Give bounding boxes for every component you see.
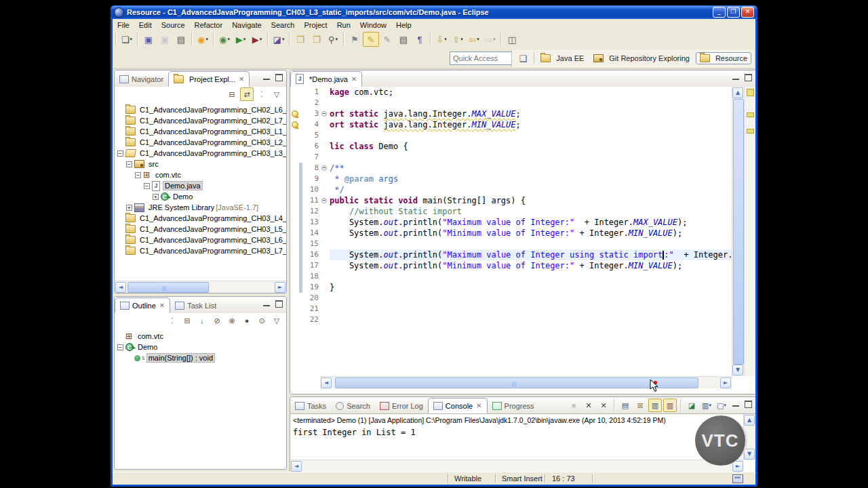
show-stdout-icon[interactable]: ▥: [648, 399, 662, 412]
project-explorer-tab-navigator[interactable]: Navigator: [115, 71, 168, 87]
minimize-view-icon[interactable]: [731, 73, 741, 81]
open-type-icon[interactable]: ◪▾: [271, 32, 287, 47]
back-icon[interactable]: ⇦▾: [466, 32, 482, 47]
next-annotation-icon[interactable]: ⇩▾: [433, 32, 450, 47]
code-line-9[interactable]: 9 * @param args: [290, 174, 732, 184]
fold-collapse-icon[interactable]: [321, 198, 327, 203]
code-line-8[interactable]: 8/**: [290, 163, 732, 174]
clear-console-icon[interactable]: ▤: [618, 399, 632, 412]
run-icon[interactable]: ▶▾: [233, 32, 249, 47]
perspective-git-repository-exploring[interactable]: Git Repository Exploring: [590, 53, 693, 64]
console-tab-error-log[interactable]: Error Log: [375, 398, 428, 413]
hide-local-types-icon[interactable]: ⊙: [255, 314, 269, 327]
warning-marker[interactable]: [747, 129, 754, 134]
tree-item-src[interactable]: −src: [115, 159, 286, 169]
minimize-view-icon[interactable]: [262, 73, 271, 81]
project-explorer-tab-project-expl[interactable]: Project Expl...✕: [168, 71, 250, 87]
collapse-icon[interactable]: −: [117, 150, 123, 157]
open-console-icon[interactable]: ▢▾: [715, 399, 728, 412]
hide-fields-icon[interactable]: ⊘: [210, 314, 224, 327]
title-bar[interactable]: Resource - C1_AdvancedJavaProgramming_CH…: [111, 5, 757, 19]
close-button[interactable]: ✕: [741, 7, 754, 18]
pin-console-icon[interactable]: ◪: [685, 399, 698, 412]
maximize-view-icon[interactable]: [743, 400, 753, 408]
menu-item-search[interactable]: Search: [267, 20, 300, 30]
tree-item-c1-advancedjavaprogramming-ch03-l1-er[interactable]: C1_AdvancedJavaProgramming_CH03_L1_er: [115, 126, 286, 137]
editor-hscrollbar[interactable]: ◄ ||| ►: [320, 376, 732, 388]
tree-item-demo-java[interactable]: −Demo.java: [115, 180, 286, 191]
collapse-all-icon[interactable]: ⊟: [225, 87, 239, 101]
menu-item-refactor[interactable]: Refactor: [190, 20, 228, 30]
forward-icon[interactable]: ⇨▾: [482, 32, 498, 47]
view-menu-icon[interactable]: ▽: [270, 314, 283, 327]
open-task-icon[interactable]: ❐: [309, 32, 325, 47]
close-tab-icon[interactable]: ✕: [239, 75, 244, 83]
external-tools-icon[interactable]: ◉▾: [195, 32, 211, 47]
perspective-java-ee[interactable]: Java EE: [537, 53, 587, 64]
menu-item-file[interactable]: File: [113, 20, 134, 30]
expand-icon[interactable]: +: [153, 194, 159, 200]
close-tab-icon[interactable]: ✕: [476, 402, 481, 409]
open-resource-icon[interactable]: ❐: [292, 32, 309, 47]
code-line-6[interactable]: 6lic class Demo {: [290, 141, 732, 152]
project-explorer-hscrollbar[interactable]: ◄ ||| ►: [115, 281, 286, 293]
tree-item-com-vtc[interactable]: com.vtc: [115, 331, 286, 342]
tree-item-demo[interactable]: +▶Demo: [115, 191, 286, 202]
tree-item-c1-advancedjavaprogramming-ch03-l5-ty[interactable]: C1_AdvancedJavaProgramming_CH03_L5_Ty: [115, 224, 286, 235]
console-output[interactable]: first Integer in List = 1: [293, 428, 416, 438]
maximize-view-icon[interactable]: [274, 73, 283, 81]
open-perspective-icon[interactable]: ❏: [515, 51, 531, 66]
show-whitespace-icon[interactable]: ¶: [412, 32, 428, 47]
link-editor-icon[interactable]: ◫: [504, 32, 520, 47]
code-area[interactable]: 1kage com.vtc;23ort static java.lang.Int…: [290, 87, 732, 376]
fold-collapse-icon[interactable]: [321, 111, 327, 117]
code-line-10[interactable]: 10 */: [290, 184, 732, 195]
pin-icon[interactable]: ⚑: [347, 32, 363, 47]
collapse-all-icon[interactable]: ⊟: [180, 314, 194, 327]
show-stderr-icon[interactable]: ▥: [663, 399, 677, 412]
tree-item-com-vtc[interactable]: −com.vtc: [115, 169, 286, 180]
console-tab-search[interactable]: Search: [331, 398, 375, 413]
code-line-13[interactable]: 13 System.out.println("Maximum value of …: [290, 217, 732, 228]
hide-static-icon[interactable]: ⊗: [225, 314, 239, 327]
warning-lightbulb-icon[interactable]: [292, 121, 298, 128]
terminate-icon[interactable]: ■: [567, 399, 580, 412]
remove-all-terminated-icon[interactable]: ✕: [597, 399, 610, 412]
code-line-1[interactable]: 1kage com.vtc;: [290, 87, 732, 98]
save-icon[interactable]: ▣: [140, 32, 157, 47]
edit-annotation-icon[interactable]: ✎: [379, 32, 395, 47]
perspective-resource[interactable]: Resource: [696, 52, 751, 64]
menu-item-window[interactable]: Window: [355, 20, 391, 30]
tree-item-c1-advancedjavaprogramming-ch03-l3-st[interactable]: −C1_AdvancedJavaProgramming_CH03_L3_st: [115, 148, 286, 159]
remove-launch-icon[interactable]: ✕: [582, 399, 595, 412]
collapse-icon[interactable]: −: [117, 344, 123, 350]
maximize-view-icon[interactable]: [274, 300, 283, 308]
code-line-22[interactable]: 22: [290, 314, 732, 325]
menu-item-source[interactable]: Source: [157, 20, 190, 30]
tree-item-c1-advancedjavaprogramming-ch03-l7-fo[interactable]: C1_AdvancedJavaProgramming_CH03_L7_Fo: [115, 245, 286, 256]
code-line-18[interactable]: 18: [290, 271, 732, 282]
print-icon[interactable]: ▤: [173, 32, 189, 47]
code-line-20[interactable]: 20: [290, 293, 732, 304]
editor-tab-demo-java[interactable]: *Demo.java✕: [290, 71, 362, 87]
menu-item-run[interactable]: Run: [332, 20, 355, 30]
mark-occurrences-icon[interactable]: ✎: [363, 32, 379, 47]
menu-item-navigate[interactable]: Navigate: [227, 20, 266, 30]
save-all-icon[interactable]: ▣: [157, 32, 173, 47]
menu-item-project[interactable]: Project: [299, 20, 332, 30]
close-tab-icon[interactable]: ✕: [159, 302, 165, 309]
view-menu-dots-icon[interactable]: ⁚: [255, 87, 269, 101]
new-wizard-icon[interactable]: ❏▾: [119, 32, 135, 47]
expand-icon[interactable]: +: [126, 205, 132, 211]
focus-icon[interactable]: ⁚: [165, 314, 179, 327]
link-with-editor-icon[interactable]: ⇄: [240, 87, 254, 101]
display-console-icon[interactable]: ▥▾: [700, 399, 713, 412]
hide-non-public-icon[interactable]: ●: [240, 314, 254, 327]
code-line-2[interactable]: 2: [290, 98, 732, 108]
console-tab-progress[interactable]: Progress: [488, 398, 539, 413]
tree-item-jre-system-library[interactable]: +JRE System Library [JavaSE-1.7]: [115, 202, 286, 213]
console-tab-console[interactable]: Console✕: [428, 398, 488, 413]
tree-item-c1-advancedjavaprogramming-ch02-l6-do[interactable]: C1_AdvancedJavaProgramming_CH02_L6_do: [115, 104, 286, 115]
code-line-4[interactable]: 4ort static java.lang.Integer.MIN_VALUE;: [290, 119, 732, 130]
prev-annotation-icon[interactable]: ⇧▾: [450, 32, 466, 47]
